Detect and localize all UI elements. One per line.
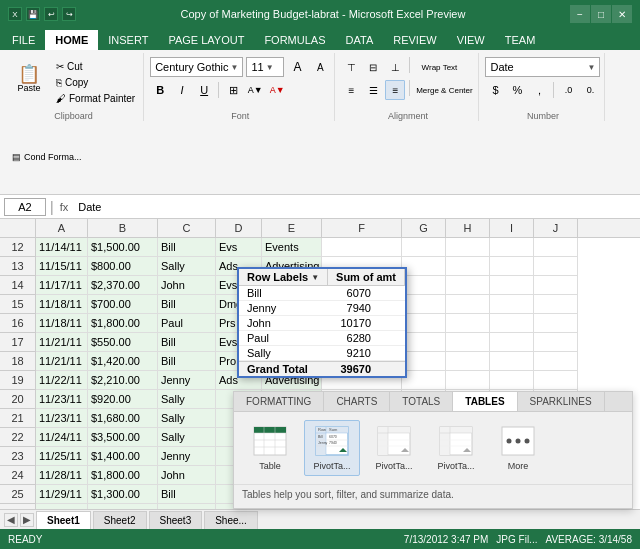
cell-a23[interactable]: 11/25/11 <box>36 447 88 466</box>
wrap-text-button[interactable]: Wrap Text <box>414 57 464 77</box>
cell-b22[interactable]: $3,500.00 <box>88 428 158 447</box>
cell-i13[interactable] <box>490 257 534 276</box>
row-header-17[interactable]: 17 <box>0 333 36 352</box>
quick-analysis-table-item[interactable]: Table <box>242 420 298 476</box>
sheet-tab-1[interactable]: Sheet1 <box>36 511 91 529</box>
font-color-button[interactable]: A▼ <box>267 80 287 100</box>
row-header-21[interactable]: 21 <box>0 409 36 428</box>
formula-input[interactable] <box>74 198 636 216</box>
shrink-font-button[interactable]: A <box>310 57 330 77</box>
tab-formulas[interactable]: FORMULAS <box>254 30 335 50</box>
quick-access-save[interactable]: 💾 <box>26 7 40 21</box>
cell-b24[interactable]: $1,800.00 <box>88 466 158 485</box>
cell-e12[interactable]: Events <box>262 238 322 257</box>
row-header-18[interactable]: 18 <box>0 352 36 371</box>
cell-c16[interactable]: Paul <box>158 314 216 333</box>
row-header-13[interactable]: 13 <box>0 257 36 276</box>
cell-c20[interactable]: Sally <box>158 390 216 409</box>
cell-i12[interactable] <box>490 238 534 257</box>
tab-charts[interactable]: CHARTS <box>324 392 390 411</box>
italic-button[interactable]: I <box>172 80 192 100</box>
fill-color-button[interactable]: A▼ <box>245 80 265 100</box>
pivot-data-row[interactable]: John 10170 <box>239 316 405 331</box>
font-size-dropdown[interactable]: 11 ▼ <box>246 57 284 77</box>
row-header-22[interactable]: 22 <box>0 428 36 447</box>
center-align-button[interactable]: ☰ <box>363 80 383 100</box>
cell-j12[interactable] <box>534 238 578 257</box>
number-format-dropdown[interactable]: Date ▼ <box>485 57 600 77</box>
pivot-data-row[interactable]: Sally 9210 <box>239 346 405 361</box>
cut-button[interactable]: ✂ Cut <box>52 59 139 74</box>
quick-access-undo[interactable]: ↩ <box>44 7 58 21</box>
sheet-scroll-left[interactable]: ◀ <box>4 513 18 527</box>
cell-c17[interactable]: Bill <box>158 333 216 352</box>
cell-j13[interactable] <box>534 257 578 276</box>
pivot-data-row[interactable]: Bill 6070 <box>239 286 405 301</box>
cell-b13[interactable]: $800.00 <box>88 257 158 276</box>
left-align-button[interactable]: ≡ <box>341 80 361 100</box>
tab-totals[interactable]: TOTALS <box>390 392 453 411</box>
cell-a13[interactable]: 11/15/11 <box>36 257 88 276</box>
grow-font-button[interactable]: A <box>287 57 307 77</box>
cell-c22[interactable]: Sally <box>158 428 216 447</box>
cell-c21[interactable]: Sally <box>158 409 216 428</box>
sheet-tab-3[interactable]: Sheet3 <box>149 511 203 529</box>
row-header-14[interactable]: 14 <box>0 276 36 295</box>
cell-b17[interactable]: $550.00 <box>88 333 158 352</box>
cell-i14[interactable] <box>490 276 534 295</box>
cell-j14[interactable] <box>534 276 578 295</box>
sheet-tab-2[interactable]: Sheet2 <box>93 511 147 529</box>
quick-analysis-pivot1-item[interactable]: Row Sum Bill 6070 Jenny 7940 PivotTa... <box>304 420 360 476</box>
row-header-25[interactable]: 25 <box>0 485 36 504</box>
sheet-tab-4[interactable]: Shee... <box>204 511 258 529</box>
cell-i19[interactable] <box>490 371 534 390</box>
cell-c25[interactable]: Bill <box>158 485 216 504</box>
percent-button[interactable]: % <box>507 80 527 100</box>
cell-b14[interactable]: $2,370.00 <box>88 276 158 295</box>
underline-button[interactable]: U <box>194 80 214 100</box>
cell-i18[interactable] <box>490 352 534 371</box>
cell-j18[interactable] <box>534 352 578 371</box>
cell-a17[interactable]: 11/21/11 <box>36 333 88 352</box>
tab-view[interactable]: VIEW <box>447 30 495 50</box>
cell-g17[interactable] <box>402 333 446 352</box>
sheet-scroll-right[interactable]: ▶ <box>20 513 34 527</box>
col-header-a[interactable]: A <box>36 219 88 237</box>
cell-c19[interactable]: Jenny <box>158 371 216 390</box>
tab-team[interactable]: TEAM <box>495 30 546 50</box>
increase-decimal-button[interactable]: .0 <box>558 80 578 100</box>
filter-icon[interactable]: ▼ <box>311 273 319 282</box>
cell-g15[interactable] <box>402 295 446 314</box>
minimize-button[interactable]: − <box>570 5 590 23</box>
cell-c13[interactable]: Sally <box>158 257 216 276</box>
decrease-decimal-button[interactable]: 0. <box>580 80 600 100</box>
cell-c14[interactable]: John <box>158 276 216 295</box>
col-header-b[interactable]: B <box>88 219 158 237</box>
col-header-j[interactable]: J <box>534 219 578 237</box>
cell-j15[interactable] <box>534 295 578 314</box>
cell-h19[interactable] <box>446 371 490 390</box>
function-button[interactable]: fx <box>58 201 71 213</box>
tab-review[interactable]: REVIEW <box>383 30 446 50</box>
cell-h14[interactable] <box>446 276 490 295</box>
pivot-data-row[interactable]: Jenny 7940 <box>239 301 405 316</box>
row-header-23[interactable]: 23 <box>0 447 36 466</box>
col-header-d[interactable]: D <box>216 219 262 237</box>
cell-reference-box[interactable]: A2 <box>4 198 46 216</box>
merge-center-button[interactable]: Merge & Center <box>414 80 474 100</box>
cell-f12[interactable] <box>322 238 402 257</box>
row-header-12[interactable]: 12 <box>0 238 36 257</box>
col-header-c[interactable]: C <box>158 219 216 237</box>
pivot-data-row[interactable]: Paul 6280 <box>239 331 405 346</box>
row-header-24[interactable]: 24 <box>0 466 36 485</box>
cell-c15[interactable]: Bill <box>158 295 216 314</box>
copy-button[interactable]: ⎘ Copy <box>52 75 139 90</box>
cell-h18[interactable] <box>446 352 490 371</box>
cell-j17[interactable] <box>534 333 578 352</box>
cell-i16[interactable] <box>490 314 534 333</box>
tab-formatting[interactable]: FORMATTING <box>234 392 324 411</box>
tab-tables[interactable]: TABLES <box>453 392 517 411</box>
cell-b20[interactable]: $920.00 <box>88 390 158 409</box>
cell-j19[interactable] <box>534 371 578 390</box>
cell-b16[interactable]: $1,800.00 <box>88 314 158 333</box>
